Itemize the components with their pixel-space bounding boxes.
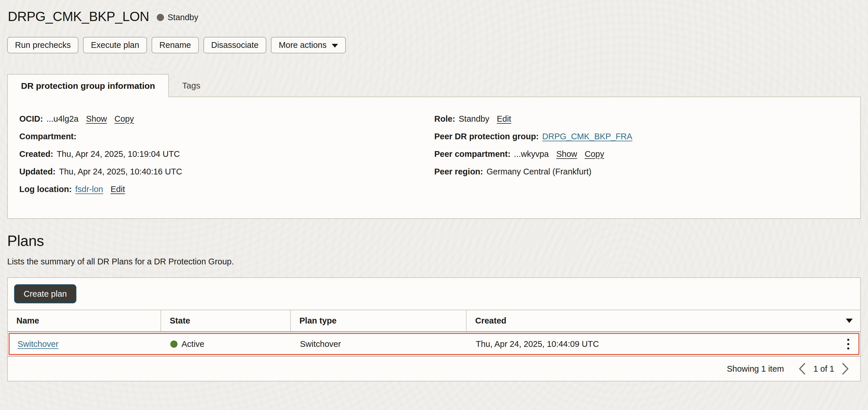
page-title: DRPG_CMK_BKP_LON (8, 9, 149, 24)
field-label: Created: (19, 149, 53, 159)
created-field: Created: Thu, Apr 24, 2025, 10:19:04 UTC (19, 149, 434, 159)
plan-state-cell: Active (162, 339, 292, 349)
peer-compartment-field: Peer compartment: ...wkyvpa Show Copy (434, 149, 860, 159)
plan-created-cell: Thu, Apr 24, 2025, 10:44:09 UTC (468, 339, 840, 349)
more-actions-button[interactable]: More actions (271, 37, 346, 53)
field-label: Peer DR protection group: (434, 131, 539, 141)
role-field: Role: Standby Edit (434, 114, 860, 124)
status-badge: Standby (157, 13, 198, 22)
sort-caret-down-icon[interactable] (846, 319, 853, 323)
column-header-state[interactable]: State (160, 310, 290, 331)
info-column-right: Role: Standby Edit Peer DR protection gr… (434, 114, 860, 218)
log-location-field: Log location: fsdr-lon Edit (19, 184, 434, 194)
plans-description: Lists the summary of all DR Plans for a … (7, 257, 861, 266)
compartment-field: Compartment: (19, 131, 434, 141)
field-label: Peer region: (434, 167, 483, 176)
peer-dr-protection-group-link[interactable]: DRPG_CMK_BKP_FRA (542, 131, 632, 141)
column-header-plan-type[interactable]: Plan type (290, 310, 466, 331)
dr-protection-group-information-panel: OCID: ...u4lg2a Show Copy Compartment: C… (7, 96, 861, 219)
active-dot-icon (170, 341, 178, 348)
row-kebab-menu-icon[interactable] (840, 339, 859, 349)
peer-compartment-value: ...wkyvpa (514, 149, 549, 159)
tab-tags[interactable]: Tags (169, 74, 214, 97)
execute-plan-button[interactable]: Execute plan (83, 37, 147, 53)
role-edit-link[interactable]: Edit (497, 114, 511, 124)
plans-table-header: Name State Plan type Created (8, 310, 860, 332)
pagination-page-label: 1 of 1 (813, 364, 834, 374)
tab-dr-protection-group-information[interactable]: DR protection group information (7, 74, 169, 97)
log-location-edit-link[interactable]: Edit (111, 184, 125, 194)
standby-dot-icon (157, 14, 164, 21)
ocid-copy-link[interactable]: Copy (115, 114, 134, 124)
chevron-left-icon[interactable] (797, 362, 807, 375)
peer-compartment-show-link[interactable]: Show (556, 149, 577, 159)
created-value: Thu, Apr 24, 2025, 10:19:04 UTC (57, 149, 180, 159)
column-header-created[interactable]: Created (466, 310, 860, 331)
create-plan-button[interactable]: Create plan (14, 284, 76, 303)
peer-dr-protection-group-field: Peer DR protection group: DRPG_CMK_BKP_F… (434, 131, 860, 141)
role-value: Standby (459, 114, 489, 124)
info-column-left: OCID: ...u4lg2a Show Copy Compartment: C… (19, 114, 434, 218)
ocid-show-link[interactable]: Show (86, 114, 107, 124)
tab-label: DR protection group information (21, 81, 155, 91)
action-button-row: Run prechecks Execute plan Rename Disass… (7, 37, 861, 53)
ocid-value: ...u4lg2a (46, 114, 79, 124)
peer-region-value: Germany Central (Frankfurt) (487, 167, 591, 176)
field-label: Peer compartment: (434, 149, 510, 159)
run-prechecks-button[interactable]: Run prechecks (7, 37, 79, 53)
caret-down-icon (332, 44, 338, 48)
plan-state-label: Active (182, 339, 204, 349)
table-row-switchover[interactable]: Switchover Active Switchover Thu, Apr 24… (9, 333, 859, 355)
status-label: Standby (168, 13, 198, 22)
field-label: Role: (434, 114, 455, 124)
field-label: Compartment: (19, 131, 76, 141)
chevron-right-icon[interactable] (841, 362, 850, 375)
rename-button[interactable]: Rename (152, 37, 199, 53)
pagination-bar: Showing 1 item 1 of 1 (8, 357, 860, 381)
field-label: Log location: (19, 184, 72, 194)
tab-label: Tags (182, 81, 200, 91)
updated-field: Updated: Thu, Apr 24, 2025, 10:40:16 UTC (19, 167, 434, 176)
plan-type-cell: Switchover (292, 339, 468, 349)
detail-tabs: DR protection group information Tags (7, 74, 861, 97)
plan-name-cell: Switchover (9, 339, 162, 349)
plans-heading: Plans (7, 232, 861, 250)
plan-name-link[interactable]: Switchover (18, 339, 59, 349)
peer-region-field: Peer region: Germany Central (Frankfurt) (434, 167, 860, 176)
plans-table-panel: Create plan Name State Plan type Created… (7, 277, 861, 381)
field-label: OCID: (19, 114, 43, 124)
field-label: Updated: (19, 167, 56, 176)
log-location-link[interactable]: fsdr-lon (75, 184, 103, 194)
column-header-created-label: Created (475, 316, 506, 325)
plans-table-toolbar: Create plan (8, 278, 860, 310)
more-actions-label: More actions (279, 40, 327, 50)
ocid-field: OCID: ...u4lg2a Show Copy (19, 114, 434, 124)
pagination-summary: Showing 1 item (727, 364, 784, 374)
drpg-detail-page: DRPG_CMK_BKP_LON Standby Run prechecks E… (0, 0, 868, 381)
peer-compartment-copy-link[interactable]: Copy (585, 149, 604, 159)
page-header: DRPG_CMK_BKP_LON Standby (7, 9, 861, 24)
column-header-name[interactable]: Name (8, 310, 160, 331)
disassociate-button[interactable]: Disassociate (204, 37, 266, 53)
updated-value: Thu, Apr 24, 2025, 10:40:16 UTC (59, 167, 182, 176)
